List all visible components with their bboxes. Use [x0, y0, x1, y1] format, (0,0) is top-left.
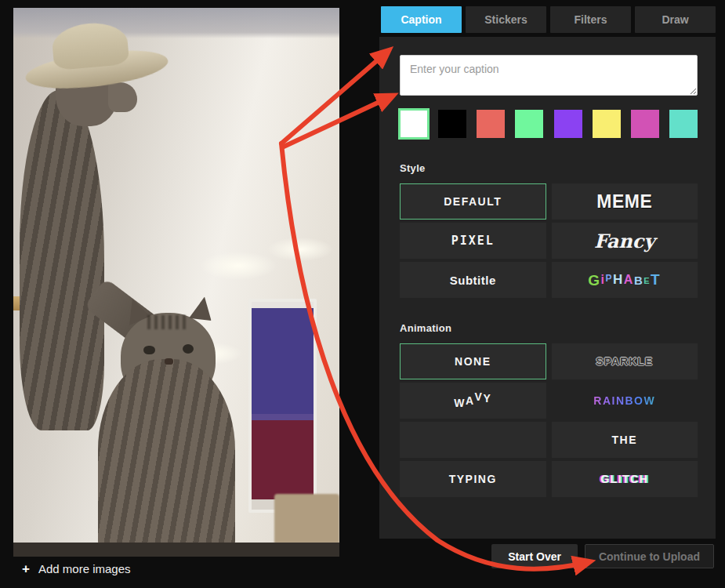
plus-icon: +: [22, 562, 30, 575]
style-option-fancy[interactable]: Fancy: [552, 223, 698, 259]
tab-stickers[interactable]: Stickers: [466, 6, 546, 33]
color-swatch-yellow[interactable]: [593, 110, 621, 138]
animation-option-the[interactable]: THE: [552, 422, 698, 458]
gif-wall-poster: [248, 299, 317, 513]
tab-caption[interactable]: Caption: [381, 6, 462, 33]
tab-filters[interactable]: Filters: [550, 6, 631, 33]
sitting-cat-body: [98, 359, 235, 557]
style-option-meme[interactable]: MEME: [552, 183, 698, 220]
animation-option-wavy[interactable]: WAVY: [400, 383, 546, 419]
color-swatch-green[interactable]: [515, 110, 543, 138]
editor-tabs: Caption Stickers Filters Draw: [381, 6, 716, 33]
standing-cat-body: [20, 90, 104, 430]
animation-option-blank[interactable]: [400, 422, 546, 458]
color-swatch-purple[interactable]: [554, 110, 582, 138]
animation-option-glitch[interactable]: GLITCH: [552, 461, 698, 497]
style-option-pixel[interactable]: PIXEL: [400, 223, 546, 259]
color-swatch-teal[interactable]: [669, 110, 698, 138]
color-swatch-magenta[interactable]: [631, 110, 659, 138]
gif-preview-image: [13, 8, 339, 557]
tab-draw[interactable]: Draw: [635, 6, 716, 33]
animation-option-typing[interactable]: TYPING: [400, 461, 546, 497]
sitting-cat-nose: [165, 358, 173, 365]
sitting-cat-stripe: [147, 315, 190, 329]
sitting-cat-eye: [143, 346, 154, 355]
color-swatch-black[interactable]: [438, 110, 466, 138]
add-more-images-label: Add more images: [38, 562, 131, 575]
caption-input[interactable]: [400, 55, 698, 96]
animation-option-none[interactable]: NONE: [400, 343, 546, 379]
gif-furniture: [274, 494, 339, 543]
caption-color-swatches: [400, 110, 698, 138]
start-over-button[interactable]: Start Over: [491, 544, 578, 568]
color-swatch-white[interactable]: [400, 110, 428, 138]
style-option-default[interactable]: DEFAULT: [400, 183, 546, 220]
animation-section-label: Animation: [400, 322, 697, 334]
animation-option-sparkle[interactable]: SPARKLE: [552, 343, 698, 379]
animation-options: NONE SPARKLE WAVY RAINBOW THE TYPING GLI…: [400, 343, 698, 497]
gif-scene-background: [13, 8, 339, 557]
caption-panel: Style DEFAULT MEME PIXEL Fancy Subtitle …: [379, 37, 716, 539]
animation-option-rainbow[interactable]: RAINBOW: [552, 383, 698, 419]
add-more-images-button[interactable]: + Add more images: [22, 562, 131, 575]
standing-cat-muzzle: [108, 82, 137, 113]
continue-to-upload-button[interactable]: Continue to Upload: [585, 544, 714, 568]
style-section-label: Style: [400, 162, 697, 174]
gif-floor: [13, 543, 339, 557]
style-option-subtitle[interactable]: Subtitle: [400, 262, 546, 298]
style-options: DEFAULT MEME PIXEL Fancy Subtitle GiPHAB…: [400, 183, 698, 298]
footer-actions: Start Over Continue to Upload: [491, 544, 714, 568]
color-swatch-coral[interactable]: [477, 110, 505, 138]
style-option-giphabet[interactable]: GiPHABET: [552, 262, 698, 298]
